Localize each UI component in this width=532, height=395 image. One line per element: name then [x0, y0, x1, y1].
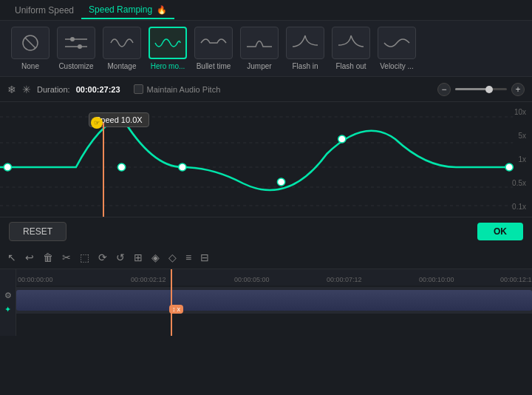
tool-audio-icon[interactable]: ≡: [185, 251, 191, 263]
tool-rotate-icon[interactable]: ⟳: [98, 251, 107, 263]
speed-label-5x: 5x: [512, 132, 526, 140]
zoom-in-button[interactable]: +: [511, 83, 525, 96]
tool-cursor-icon[interactable]: ↖: [7, 251, 16, 263]
ts-2: 00:00:05:00: [234, 276, 270, 283]
tool-split-icon[interactable]: ⊟: [200, 251, 209, 263]
controls-bar: ❄ ✳ Duration: 00:00:27:23 Maintain Audio…: [0, 77, 532, 102]
tool-delete-icon[interactable]: 🗑: [43, 251, 53, 263]
preset-flash-in[interactable]: Flash in: [285, 27, 325, 70]
reset-button[interactable]: RESET: [9, 222, 66, 241]
track-icon-column: ⚙ ✦: [0, 269, 16, 336]
svg-point-5: [78, 44, 82, 49]
maintain-audio-label: Maintain Audio Pitch: [147, 85, 221, 94]
timeline-clip[interactable]: [16, 290, 532, 311]
none-icon: [16, 32, 45, 54]
svg-point-11: [4, 163, 11, 171]
tab-uniform-speed[interactable]: Uniform Speed: [7, 2, 81, 18]
preset-customize[interactable]: Customize: [56, 27, 96, 70]
tool-crop-icon[interactable]: ⬚: [80, 251, 89, 263]
ts-3: 00:00:07:12: [327, 276, 362, 283]
preset-none-label: None: [21, 62, 39, 70]
ts-4: 00:00:10:00: [419, 276, 454, 283]
preset-montage-label: Montage: [108, 62, 137, 70]
timeline-ruler: 00:00:00:00 00:00:02:12 00:00:05:00 00:0…: [16, 269, 532, 286]
preset-bullet-label: Bullet time: [197, 62, 231, 70]
timeline-track: ↕ x: [16, 287, 532, 314]
preset-jumper[interactable]: Jumper: [239, 27, 279, 70]
tab-speed-ramping[interactable]: Speed Ramping 🔥: [81, 1, 174, 19]
tool-cut-icon[interactable]: ✂: [62, 251, 71, 263]
maintain-audio-container: Maintain Audio Pitch: [134, 84, 221, 94]
timeline-wrapper: ⚙ ✦ 00:00:00:00 00:00:02:12 00:00:05:00 …: [0, 269, 532, 336]
svg-line-1: [25, 38, 35, 48]
tool-grid-icon[interactable]: ⊞: [134, 251, 143, 263]
preset-hero-label: Hero mo...: [151, 62, 185, 70]
svg-point-4: [70, 37, 75, 41]
flash-out-icon: [336, 32, 366, 54]
ok-button[interactable]: OK: [477, 223, 523, 240]
preset-velocity[interactable]: Velocity ...: [377, 27, 417, 70]
timeline-main: 00:00:00:00 00:00:02:12 00:00:05:00 00:0…: [16, 269, 532, 336]
maintain-audio-checkbox[interactable]: [134, 84, 143, 94]
duration-value: 00:00:27:23: [76, 85, 120, 94]
preset-velocity-label: Velocity ...: [380, 62, 414, 70]
svg-point-15: [338, 135, 346, 143]
jumper-icon: [245, 32, 274, 54]
speed-marker-badge: ↕ x: [169, 305, 183, 314]
bullet-time-icon: [199, 32, 228, 54]
tab-bar: Uniform Speed Speed Ramping 🔥: [0, 0, 532, 21]
speed-labels: 10x 5x 1x 0.5x 0.1x: [512, 102, 526, 217]
zoom-controls: − +: [437, 83, 525, 96]
zoom-slider[interactable]: [455, 88, 507, 90]
tool-mirror-icon[interactable]: ↺: [116, 251, 125, 263]
presets-row: None Customize Montage Hero mo..: [0, 21, 532, 77]
tool-keyframe-icon[interactable]: ◇: [168, 251, 177, 263]
customize-icon: [61, 32, 91, 54]
speed-label-05x: 0.5x: [512, 179, 526, 187]
speed-marker[interactable]: ↕ x: [169, 305, 183, 314]
preset-flash-in-label: Flash in: [292, 62, 318, 70]
action-bar: RESET OK: [0, 217, 532, 246]
fire-icon: 🔥: [157, 5, 167, 14]
toolbar-row: ↖ ↩ 🗑 ✂ ⬚ ⟳ ↺ ⊞ ◈ ◇ ≡ ⊟: [0, 246, 532, 269]
timeline-playhead-line: [171, 269, 172, 336]
freeze-icon[interactable]: ❄: [7, 84, 16, 95]
duration-label: Duration:: [37, 85, 70, 94]
preset-flash-out[interactable]: Flash out: [331, 27, 371, 70]
preset-bullet-time[interactable]: Bullet time: [194, 27, 233, 70]
preset-montage[interactable]: Montage: [102, 27, 142, 70]
snowflake-icon2[interactable]: ✳: [22, 84, 31, 95]
svg-point-12: [117, 163, 125, 171]
speed-label-1x: 1x: [512, 155, 526, 163]
ts-0: 00:00:00:00: [18, 276, 53, 283]
svg-point-13: [179, 163, 186, 171]
preset-none[interactable]: None: [10, 27, 50, 70]
playhead-cursor-dot[interactable]: ☞: [91, 117, 103, 129]
preset-flash-out-label: Flash out: [335, 62, 366, 70]
tool-speed-icon[interactable]: ◈: [151, 251, 160, 263]
svg-point-14: [277, 178, 284, 186]
graph-area: 10x 5x 1x 0.5x 0.1x Speed 10.0X ☞: [0, 102, 532, 217]
flash-in-icon: [290, 32, 320, 54]
preset-jumper-label: Jumper: [247, 62, 271, 70]
speed-label-10x: 10x: [512, 108, 526, 116]
speed-label-01x: 0.1x: [512, 203, 526, 211]
zoom-out-button[interactable]: −: [437, 83, 451, 96]
ts-5: 00:00:12:12: [500, 276, 532, 283]
track-icon-1[interactable]: ⚙: [4, 291, 12, 300]
playhead-cursor-line: [103, 123, 104, 217]
preset-customize-label: Customize: [58, 62, 93, 70]
preset-hero-motion[interactable]: Hero mo...: [148, 27, 188, 70]
velocity-icon: [382, 32, 412, 54]
montage-icon: [107, 32, 137, 54]
hero-motion-icon: [153, 32, 183, 54]
track-icon-2[interactable]: ✦: [4, 305, 11, 314]
speed-graph: [0, 102, 532, 217]
ts-1: 00:00:02:12: [131, 276, 166, 283]
tool-undo-icon[interactable]: ↩: [25, 251, 34, 263]
